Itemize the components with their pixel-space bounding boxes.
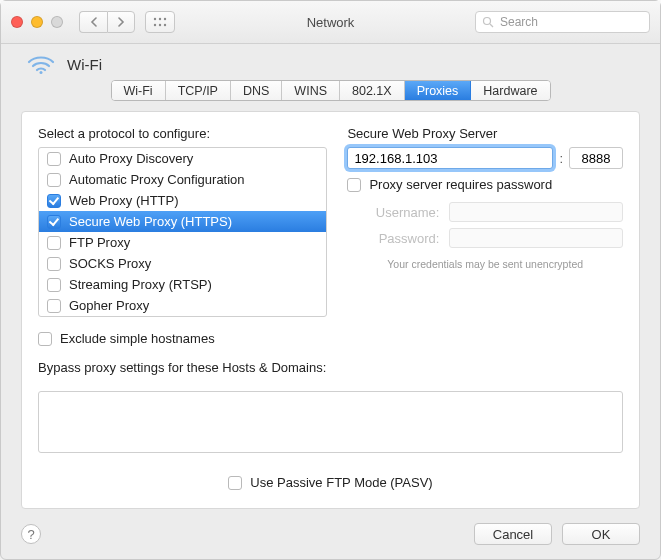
exclude-hostnames-checkbox[interactable] (38, 332, 52, 346)
protocol-list[interactable]: Auto Proxy DiscoveryAutomatic Proxy Conf… (38, 147, 327, 317)
search-icon (482, 16, 494, 28)
protocol-row[interactable]: FTP Proxy (39, 232, 326, 253)
tab-wins[interactable]: WINS (282, 81, 340, 100)
server-heading: Secure Web Proxy Server (347, 126, 623, 141)
footer: ? Cancel OK (1, 509, 660, 559)
nav-buttons (79, 11, 135, 33)
protocol-row[interactable]: Auto Proxy Discovery (39, 148, 326, 169)
network-preferences-window: Network Search Wi-Fi Wi-FiTCP/IPDNSWINS8… (0, 0, 661, 560)
back-button[interactable] (79, 11, 107, 33)
password-input (449, 228, 623, 248)
zoom-window-button[interactable] (51, 16, 63, 28)
protocol-checkbox[interactable] (47, 173, 61, 187)
grid-icon (153, 17, 167, 27)
username-input (449, 202, 623, 222)
protocol-label: FTP Proxy (69, 235, 130, 250)
tab-segmented-control: Wi-FiTCP/IPDNSWINS802.1XProxiesHardware (111, 80, 551, 101)
protocol-checkbox[interactable] (47, 278, 61, 292)
protocol-label: Web Proxy (HTTP) (69, 193, 179, 208)
svg-point-3 (154, 24, 156, 26)
host-port-separator: : (559, 151, 563, 166)
cancel-button[interactable]: Cancel (474, 523, 552, 545)
protocol-label: Auto Proxy Discovery (69, 151, 193, 166)
minimize-window-button[interactable] (31, 16, 43, 28)
credentials-note: Your credentials may be sent unencrypted (347, 258, 623, 270)
tab-proxies[interactable]: Proxies (405, 81, 472, 100)
protocol-label: SOCKS Proxy (69, 256, 151, 271)
protocol-row[interactable]: Web Proxy (HTTP) (39, 190, 326, 211)
bypass-label: Bypass proxy settings for these Hosts & … (38, 360, 623, 375)
svg-line-7 (490, 24, 493, 27)
proxy-port-input[interactable] (569, 147, 623, 169)
protocol-label: Gopher Proxy (69, 298, 149, 313)
protocol-label: Automatic Proxy Configuration (69, 172, 245, 187)
pasv-label: Use Passive FTP Mode (PASV) (250, 475, 432, 490)
svg-point-0 (154, 18, 156, 20)
ok-button[interactable]: OK (562, 523, 640, 545)
protocol-label: Secure Web Proxy (HTTPS) (69, 214, 232, 229)
search-input[interactable]: Search (475, 11, 650, 33)
exclude-hostnames-row[interactable]: Exclude simple hostnames (38, 331, 623, 346)
protocol-checkbox[interactable] (47, 215, 61, 229)
protocol-heading: Select a protocol to configure: (38, 126, 327, 141)
tabs-row: Wi-FiTCP/IPDNSWINS802.1XProxiesHardware (1, 80, 660, 111)
protocol-checkbox[interactable] (47, 257, 61, 271)
wifi-icon (27, 54, 55, 74)
proxies-panel: Select a protocol to configure: Auto Pro… (21, 111, 640, 509)
chevron-left-icon (90, 17, 98, 27)
protocol-row[interactable]: Gopher Proxy (39, 295, 326, 316)
svg-point-1 (159, 18, 161, 20)
protocol-row[interactable]: SOCKS Proxy (39, 253, 326, 274)
svg-point-2 (164, 18, 166, 20)
protocol-checkbox[interactable] (47, 236, 61, 250)
protocol-checkbox[interactable] (47, 194, 61, 208)
tab-wi-fi[interactable]: Wi-Fi (112, 81, 166, 100)
forward-button[interactable] (107, 11, 135, 33)
titlebar: Network Search (1, 1, 660, 44)
connection-name: Wi-Fi (67, 56, 102, 73)
requires-password-checkbox[interactable] (347, 178, 361, 192)
username-label: Username: (347, 205, 439, 220)
help-button[interactable]: ? (21, 524, 41, 544)
pasv-row[interactable]: Use Passive FTP Mode (PASV) (38, 463, 623, 492)
svg-point-6 (484, 18, 491, 25)
proxy-host-input[interactable] (347, 147, 553, 169)
exclude-hostnames-label: Exclude simple hostnames (60, 331, 215, 346)
close-window-button[interactable] (11, 16, 23, 28)
tab-tcp-ip[interactable]: TCP/IP (166, 81, 231, 100)
svg-point-5 (164, 24, 166, 26)
pasv-checkbox[interactable] (228, 476, 242, 490)
window-body: Wi-Fi Wi-FiTCP/IPDNSWINS802.1XProxiesHar… (1, 44, 660, 559)
chevron-right-icon (117, 17, 125, 27)
requires-password-row[interactable]: Proxy server requires password (347, 177, 623, 192)
tab-dns[interactable]: DNS (231, 81, 282, 100)
bypass-textarea[interactable] (38, 391, 623, 453)
protocol-checkbox[interactable] (47, 152, 61, 166)
protocol-row[interactable]: Secure Web Proxy (HTTPS) (39, 211, 326, 232)
protocol-row[interactable]: Automatic Proxy Configuration (39, 169, 326, 190)
show-all-button[interactable] (145, 11, 175, 33)
protocol-checkbox[interactable] (47, 299, 61, 313)
protocol-label: Streaming Proxy (RTSP) (69, 277, 212, 292)
svg-point-8 (40, 71, 43, 74)
requires-password-label: Proxy server requires password (369, 177, 552, 192)
tab-802-1x[interactable]: 802.1X (340, 81, 405, 100)
window-controls (11, 16, 63, 28)
protocol-row[interactable]: Streaming Proxy (RTSP) (39, 274, 326, 295)
password-label: Password: (347, 231, 439, 246)
connection-header: Wi-Fi (1, 44, 660, 80)
tab-hardware[interactable]: Hardware (471, 81, 549, 100)
search-placeholder: Search (500, 15, 538, 29)
svg-point-4 (159, 24, 161, 26)
